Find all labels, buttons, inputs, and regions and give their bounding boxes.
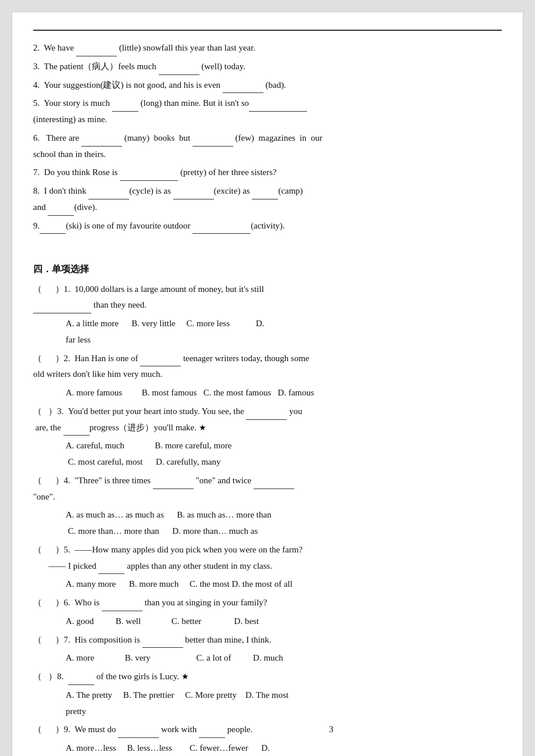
question-7: 7. Do you think Rose is (pretty) of her … (33, 165, 502, 181)
mc-q6-text: （ ）6. Who is than you at singing in your… (33, 598, 267, 607)
q3-text: 3. The patient（病人）feels much (well) toda… (33, 62, 245, 71)
mc-q5-text: （ ）5. ——How many apples did you pick whe… (33, 545, 302, 554)
content-area: 2. We have (little) snowfall this year t… (33, 40, 502, 756)
blank-mc-q3-1 (246, 411, 287, 420)
blank-mc-q8 (68, 676, 94, 685)
blank-mc-q1 (33, 304, 91, 313)
q5-text2: (interesting) as mine. (33, 115, 107, 124)
q9-text: 9.(ski) is one of my favourite outdoor (… (33, 221, 285, 230)
blank-q8-4 (48, 206, 74, 216)
mc-question-3: （ ）3. You'd better put your heart into s… (33, 404, 502, 436)
mc-q3-text: （ ）3. You'd better put your heart into s… (33, 406, 302, 416)
blank-q5-1 (112, 102, 138, 112)
blank-q6-2 (192, 137, 233, 147)
mc-q5-options: A. many more B. more much C. the most D.… (66, 576, 502, 593)
mc-q5-text2: —— I picked apples than any other studen… (33, 561, 272, 570)
top-border (33, 30, 502, 31)
blank-q3-1 (159, 66, 199, 75)
mc-question-9: （ ）9. We must do work with people. 3 (33, 722, 502, 738)
question-3: 3. The patient（病人）feels much (well) toda… (33, 59, 502, 75)
blank-mc-q4-2 (254, 480, 294, 489)
section-title-4: 四．单项选择 (33, 261, 502, 278)
mc-q3-text2: are, the progress（进步）you'll make. ★ (33, 423, 206, 432)
blank-mc-q9-2 (199, 729, 225, 738)
mc-question-6: （ ）6. Who is than you at singing in your… (33, 595, 502, 611)
mc-q2-text: （ ）2. Han Han is one of teenager writers… (33, 354, 309, 363)
blank-q8-3 (252, 190, 278, 199)
blank-q5-2 (249, 102, 307, 112)
mc-question-2: （ ）2. Han Han is one of teenager writers… (33, 351, 502, 383)
mc-q8-options: A. The pretty B. The prettier C. More pr… (66, 687, 502, 720)
mc-q4-text2: "one". (33, 492, 55, 501)
mc-q7-text: （ ）7. His composition is better than min… (33, 635, 272, 644)
blank-mc-q2 (140, 357, 181, 366)
q5-text: 5. Your story is much (long) than mine. … (33, 98, 307, 108)
blank-q8-2 (173, 190, 214, 199)
q7-text: 7. Do you think Rose is (pretty) of her … (33, 167, 277, 177)
mc-q9-options: A. more…less B. less…less C. fewer…fewer… (66, 740, 502, 756)
question-2: 2. We have (little) snowfall this year t… (33, 40, 502, 56)
blank-q7-1 (120, 172, 178, 181)
question-4: 4. Your suggestion(建议) is not good, and … (33, 77, 502, 94)
question-9: 9.(ski) is one of my favourite outdoor (… (33, 218, 502, 234)
page: 2. We have (little) snowfall this year t… (12, 12, 523, 756)
blank-mc-q3-2 (63, 426, 90, 436)
blank-mc-q4-1 (153, 480, 194, 489)
question-6: 6. There are (many) books but (few) maga… (33, 130, 502, 163)
blank-mc-q6 (102, 602, 142, 611)
q2-text: 2. We have (little) snowfall this year t… (33, 43, 255, 52)
blank-mc-q5 (98, 565, 124, 574)
blank-q9-2 (192, 224, 251, 234)
q6-text2: school than in theirs. (33, 149, 106, 159)
mc-question-1: （ ）1. 10,000 dollars is a large amount o… (33, 281, 502, 314)
blank-q9-1 (40, 224, 66, 234)
mc-q9-text: （ ）9. We must do work with people. 3 (33, 725, 333, 734)
blank-mc-q7 (142, 639, 183, 648)
blank-q8-1 (88, 190, 129, 199)
mc-question-4: （ ）4. "Three" is three times "one" and t… (33, 473, 502, 505)
mc-q4-options: A. as much as… as much as B. as much as…… (66, 507, 502, 540)
mc-q8-text: （ ）8. of the two girls is Lucy. ★ (33, 672, 189, 681)
mc-q1-text2: than they need. (33, 300, 147, 309)
mc-q2-text2: old writers don't like him very much. (33, 369, 162, 379)
mc-q2-options: A. more famous B. most famous C. the mos… (66, 385, 502, 401)
mc-q1-options: A. a little more B. very little C. more … (66, 316, 502, 348)
question-5: 5. Your story is much (long) than mine. … (33, 95, 502, 128)
blank-q2-1 (76, 47, 117, 56)
mc-question-7: （ ）7. His composition is better than min… (33, 632, 502, 648)
q8-text2: and (dive). (33, 202, 97, 212)
question-8: 8. I don't think (cycle) is as (excite) … (33, 183, 502, 216)
q8-text: 8. I don't think (cycle) is as (excite) … (33, 186, 303, 195)
blank-q6-1 (81, 137, 122, 147)
mc-q7-options: A. more B. very C. a lot of D. much (66, 650, 502, 666)
mc-question-5: （ ）5. ——How many apples did you pick whe… (33, 542, 502, 575)
mc-q4-text: （ ）4. "Three" is three times "one" and t… (33, 476, 294, 485)
mc-q6-options: A. good B. well C. better D. best (66, 614, 502, 630)
mc-q1-paren: （ ）1. 10,000 dollars is a large amount o… (33, 284, 264, 294)
blank-mc-q9-1 (118, 729, 159, 738)
blank-q4-1 (223, 84, 263, 93)
q6-text: 6. There are (many) books but (few) maga… (33, 133, 323, 142)
mc-q3-options: A. careful, much B. more careful, more C… (66, 438, 502, 470)
mc-question-8: （ ）8. of the two girls is Lucy. ★ (33, 669, 502, 685)
q4-text: 4. Your suggestion(建议) is not good, and … (33, 80, 286, 90)
